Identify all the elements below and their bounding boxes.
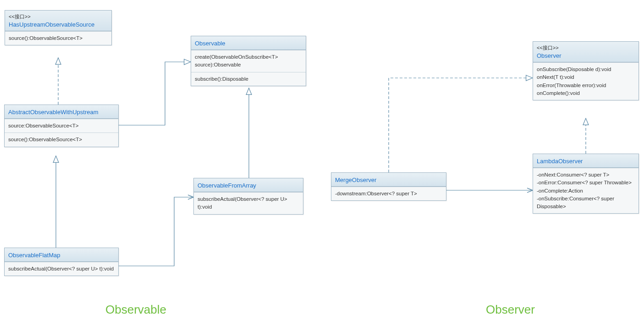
class-has-upstream-observable-source: <<接口>> HasUpstreamObservableSource sourc… (5, 10, 112, 45)
class-lambda-observer: LambdaObserver -onNext:Consumer<? super … (533, 154, 639, 214)
attribute: -onSubscribe:Consumer<? super Disposable… (537, 195, 635, 211)
class-header: ObservableFlatMap (5, 248, 118, 262)
operations-compartment: subscribeActual(Observer<? super U> t):v… (194, 192, 303, 214)
section-label-observer: Observer (486, 303, 535, 317)
attribute: -onNext:Consumer<? super T> (537, 171, 635, 179)
operations-compartment: subscribeActual(Observer<? super U> t):v… (5, 262, 118, 276)
class-name: LambdaObserver (537, 157, 635, 165)
class-header: LambdaObserver (533, 154, 638, 168)
operations-compartment: source():ObservableSource<T> (5, 133, 118, 146)
class-header: AbstractObservableWithUpstream (5, 105, 118, 119)
operation: create(ObservableOnSubscribe<T> source):… (195, 53, 302, 69)
operation: source():ObservableSource<T> (8, 136, 115, 144)
class-name: Observable (195, 39, 302, 47)
class-name: AbstractObservableWithUpstream (8, 108, 115, 116)
class-name: HasUpstreamObservableSource (9, 20, 108, 28)
class-observable: Observable create(ObservableOnSubscribe<… (191, 36, 306, 86)
class-header: <<接口>> HasUpstreamObservableSource (5, 11, 111, 31)
attribute: -onComplete:Action (537, 187, 635, 195)
class-name: MergeObserver (335, 176, 442, 183)
class-observer-interface: <<接口>> Observer onSubscribe(Disposable d… (533, 41, 639, 100)
operation: source():ObservableSource<T> (9, 34, 108, 42)
stereotype-label: <<接口>> (9, 13, 108, 20)
operation: subscribe():Disposable (195, 75, 302, 83)
attributes-compartment: -onNext:Consumer<? super T> -onError:Con… (533, 168, 638, 213)
class-merge-observer: MergeObserver -downstream:Observer<? sup… (331, 172, 446, 201)
operation: onError(Throwable error):void (537, 82, 635, 89)
operation: subscribeActual(Observer<? super U> t):v… (8, 265, 115, 273)
attribute: -downstream:Observer<? super T> (335, 190, 442, 198)
stereotype-label: <<接口>> (537, 44, 635, 51)
attribute: -onError:Consumer<? super Throwable> (537, 179, 635, 187)
operations-compartment-1: create(ObservableOnSubscribe<T> source):… (191, 50, 306, 72)
class-header: Observable (191, 36, 306, 50)
class-name: ObservableFlatMap (8, 251, 115, 259)
attribute: source:ObservableSource<T> (8, 122, 115, 130)
operation: onComplete():void (537, 89, 635, 97)
operation: subscribeActual(Observer<? super U> t):v… (198, 195, 299, 211)
class-name: ObservableFromArray (198, 181, 299, 189)
class-observable-flat-map: ObservableFlatMap subscribeActual(Observ… (4, 248, 119, 276)
class-observable-from-array: ObservableFromArray subscribeActual(Obse… (193, 178, 303, 215)
operation: onNext(T t):void (537, 73, 635, 81)
operation: onSubscribe(Disposable d):void (537, 66, 635, 73)
operations-compartment: onSubscribe(Disposable d):void onNext(T … (533, 62, 638, 100)
attributes-compartment: -downstream:Observer<? super T> (331, 187, 446, 200)
operations-compartment: source():ObservableSource<T> (5, 31, 111, 45)
class-header: MergeObserver (331, 173, 446, 187)
class-name: Observer (537, 51, 635, 59)
class-header: <<接口>> Observer (533, 42, 638, 62)
section-label-observable: Observable (105, 303, 166, 317)
class-header: ObservableFromArray (194, 178, 303, 192)
class-abstract-observable-with-upstream: AbstractObservableWithUpstream source:Ob… (4, 105, 119, 147)
operations-compartment-2: subscribe():Disposable (191, 72, 306, 86)
attributes-compartment: source:ObservableSource<T> (5, 119, 118, 133)
